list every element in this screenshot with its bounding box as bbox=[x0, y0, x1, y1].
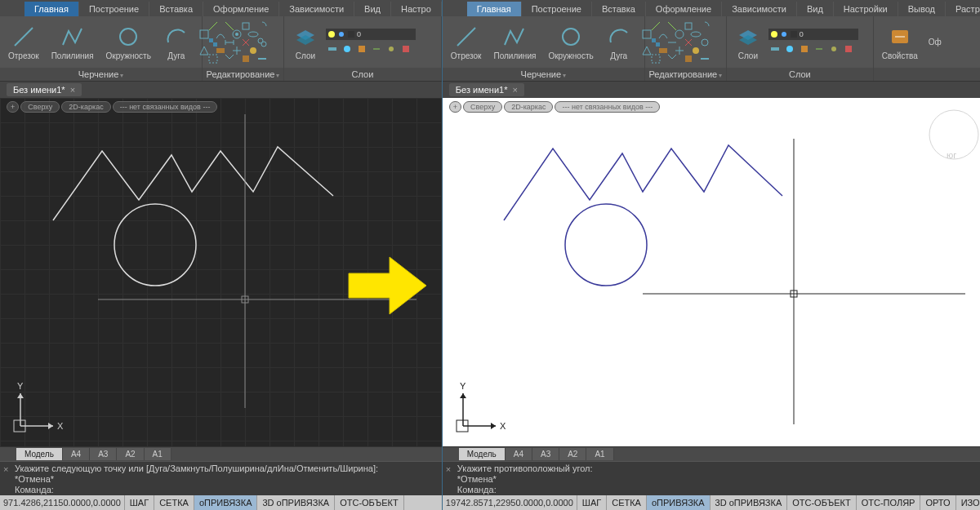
er9[interactable] bbox=[648, 51, 663, 66]
er4[interactable] bbox=[697, 19, 712, 33]
tool-layers[interactable]: Слои bbox=[287, 22, 323, 62]
close-icon[interactable]: × bbox=[512, 85, 517, 95]
status-grid[interactable]: СЕТКА bbox=[154, 495, 194, 510]
tab-format[interactable]: Оформление bbox=[203, 2, 279, 16]
tool-circle[interactable]: Окружность bbox=[543, 22, 598, 62]
layer-combo-r[interactable]: 0 bbox=[768, 29, 858, 40]
vtag-top-r[interactable]: Сверху bbox=[463, 101, 502, 113]
tab-format[interactable]: Оформление bbox=[646, 2, 722, 16]
vtag-plus-r[interactable]: + bbox=[449, 101, 461, 113]
tool-props[interactable]: Свойства bbox=[877, 22, 923, 62]
tool-layers-r[interactable]: Слои bbox=[730, 22, 766, 62]
edit-sm-12[interactable] bbox=[255, 51, 270, 66]
tool-arc[interactable]: Дуга bbox=[158, 22, 194, 62]
status-otrack[interactable]: ОТС-ОБЪЕКТ bbox=[335, 495, 403, 510]
status-3dosnap[interactable]: 3D оПРИВЯЗКА bbox=[257, 495, 335, 510]
tab-build[interactable]: Построение bbox=[79, 2, 149, 16]
cmd-close-icon[interactable]: × bbox=[446, 463, 457, 494]
ly-3[interactable] bbox=[355, 42, 368, 56]
layout-a1-r[interactable]: A1 bbox=[586, 448, 613, 460]
layer-combo[interactable]: 0 bbox=[326, 29, 416, 40]
vtag-frame[interactable]: 2D-каркас bbox=[61, 101, 110, 113]
ly-6[interactable] bbox=[399, 42, 412, 56]
layout-a2[interactable]: A2 bbox=[117, 448, 144, 460]
edit-sm-2[interactable] bbox=[222, 19, 237, 33]
lyr3[interactable] bbox=[798, 42, 811, 56]
vtag-frame-r[interactable]: 2D-каркас bbox=[504, 101, 553, 113]
status-step[interactable]: ШАГ bbox=[125, 495, 154, 510]
status-grid-r[interactable]: СЕТКА bbox=[607, 495, 647, 510]
layout-model[interactable]: Модель bbox=[16, 448, 63, 460]
tab-output[interactable]: Вывод bbox=[898, 2, 946, 16]
er1[interactable] bbox=[648, 19, 663, 33]
er7[interactable] bbox=[681, 35, 696, 50]
er2[interactable] bbox=[665, 19, 679, 33]
er10[interactable] bbox=[665, 51, 679, 66]
ly-1[interactable] bbox=[326, 42, 339, 56]
file-tab-r[interactable]: Без имени1*× bbox=[449, 83, 524, 96]
layout-a1[interactable]: A1 bbox=[145, 448, 172, 460]
tab-settings[interactable]: Настро bbox=[391, 2, 442, 16]
tab-main[interactable]: Главная bbox=[467, 2, 522, 16]
er5[interactable] bbox=[648, 35, 663, 50]
tab-constraints[interactable]: Зависимости bbox=[722, 2, 797, 16]
vtag-plus[interactable]: + bbox=[7, 101, 19, 113]
command-box-left[interactable]: × Укажите следующую точку или [Дуга/Замк… bbox=[0, 461, 442, 495]
file-tab[interactable]: Без имени1*× bbox=[7, 83, 82, 96]
status-step-r[interactable]: ШАГ bbox=[577, 495, 607, 510]
close-icon[interactable]: × bbox=[70, 85, 75, 95]
lyr1[interactable] bbox=[768, 42, 782, 56]
status-ortho-r[interactable]: ОРТО bbox=[920, 495, 956, 510]
command-box-right[interactable]: × Укажите противоположный угол:*Отмена*К… bbox=[443, 461, 980, 495]
edit-sm-3[interactable] bbox=[238, 19, 253, 33]
edit-sm-1[interactable] bbox=[206, 19, 220, 33]
edit-sm-5[interactable] bbox=[206, 35, 220, 50]
vtag-linked-r[interactable]: --- нет связанных видов --- bbox=[555, 101, 660, 113]
er3[interactable] bbox=[681, 19, 696, 33]
edit-sm-11[interactable] bbox=[238, 51, 253, 66]
layout-a3-r[interactable]: A3 bbox=[532, 448, 559, 460]
edit-sm-8[interactable] bbox=[255, 35, 270, 50]
tool-segment[interactable]: Отрезок bbox=[446, 22, 487, 62]
tab-insert[interactable]: Вставка bbox=[149, 2, 203, 16]
tab-insert[interactable]: Вставка bbox=[592, 2, 646, 16]
tab-view[interactable]: Вид bbox=[797, 2, 834, 16]
edit-sm-7[interactable] bbox=[238, 35, 253, 50]
status-osnap-r[interactable]: оПРИВЯЗКА bbox=[647, 495, 710, 510]
status-polar-r[interactable]: ОТС-ПОЛЯР bbox=[857, 495, 921, 510]
tab-view[interactable]: Вид bbox=[354, 2, 391, 16]
layout-a2-r[interactable]: A2 bbox=[559, 448, 586, 460]
lyr2[interactable] bbox=[783, 42, 796, 56]
vtag-top[interactable]: Сверху bbox=[20, 101, 60, 113]
tab-constraints[interactable]: Зависимости bbox=[279, 2, 354, 16]
ly-5[interactable] bbox=[385, 42, 398, 56]
tab-raster[interactable]: Растр bbox=[946, 2, 980, 16]
layout-model-r[interactable]: Модель bbox=[459, 448, 506, 460]
canvas-right[interactable]: + Сверху 2D-каркас --- нет связанных вид… bbox=[443, 98, 980, 446]
er6[interactable] bbox=[665, 35, 679, 50]
tab-settings[interactable]: Настройки bbox=[834, 2, 898, 16]
tool-polyline[interactable]: Полилиния bbox=[47, 22, 99, 62]
lyr6[interactable] bbox=[842, 42, 855, 56]
tool-arc[interactable]: Дуга bbox=[601, 22, 637, 62]
tab-main[interactable]: Главная bbox=[24, 2, 79, 16]
lyr5[interactable] bbox=[827, 42, 840, 56]
layout-a4-r[interactable]: A4 bbox=[506, 448, 532, 460]
status-iso-r[interactable]: ИЗО bbox=[956, 495, 980, 510]
edit-sm-9[interactable] bbox=[206, 51, 220, 66]
layout-a3[interactable]: A3 bbox=[90, 448, 117, 460]
edit-sm-6[interactable] bbox=[222, 35, 237, 50]
lyr4[interactable] bbox=[813, 42, 826, 56]
layout-a4[interactable]: A4 bbox=[63, 448, 90, 460]
edit-sm-10[interactable] bbox=[222, 51, 237, 66]
vtag-linked[interactable]: --- нет связанных видов --- bbox=[113, 101, 218, 113]
ly-4[interactable] bbox=[370, 42, 383, 56]
ly-2[interactable] bbox=[341, 42, 354, 56]
status-osnap[interactable]: оПРИВЯЗКА bbox=[194, 495, 258, 510]
edit-sm-4[interactable] bbox=[255, 19, 270, 33]
tool-circle[interactable]: Окружность bbox=[101, 22, 156, 62]
tab-build[interactable]: Построение bbox=[522, 2, 592, 16]
er11[interactable] bbox=[681, 51, 696, 66]
er12[interactable] bbox=[697, 51, 712, 66]
er8[interactable] bbox=[697, 35, 712, 50]
